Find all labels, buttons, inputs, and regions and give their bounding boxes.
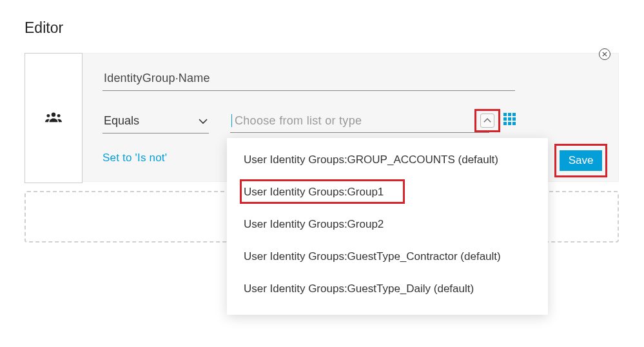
value-placeholder: Choose from list or type bbox=[231, 114, 488, 127]
value-field[interactable]: Choose from list or type bbox=[230, 112, 489, 133]
chevron-down-icon bbox=[199, 114, 208, 128]
svg-point-2 bbox=[52, 113, 56, 117]
dropdown-chevron-highlight bbox=[474, 109, 500, 132]
dropdown-item-group-accounts[interactable]: User Identity Groups:GROUP_ACCOUNTS (def… bbox=[227, 144, 548, 175]
value-dropdown: User Identity Groups:GROUP_ACCOUNTS (def… bbox=[227, 138, 548, 315]
close-icon[interactable] bbox=[599, 48, 610, 60]
page-title: Editor bbox=[0, 0, 644, 37]
operator-label: Equals bbox=[104, 114, 139, 128]
attribute-field[interactable]: IdentityGroup·Name bbox=[102, 68, 515, 91]
users-icon bbox=[45, 111, 62, 125]
dropdown-item-group1[interactable]: User Identity Groups:Group1 bbox=[227, 177, 548, 208]
save-button[interactable]: Save bbox=[560, 150, 603, 171]
svg-point-3 bbox=[46, 114, 50, 117]
operator-select[interactable]: Equals bbox=[102, 112, 209, 134]
grid-icon[interactable] bbox=[503, 113, 518, 127]
identity-group-tile[interactable] bbox=[24, 53, 83, 183]
svg-point-4 bbox=[57, 114, 61, 117]
dropdown-item-group2[interactable]: User Identity Groups:Group2 bbox=[227, 209, 548, 240]
set-to-isnot-link[interactable]: Set to 'Is not' bbox=[102, 152, 167, 164]
save-button-highlight: Save bbox=[554, 144, 607, 177]
dropdown-item-guesttype-contractor[interactable]: User Identity Groups:GuestType_Contracto… bbox=[227, 241, 548, 272]
dropdown-item-guesttype-daily[interactable]: User Identity Groups:GuestType_Daily (de… bbox=[227, 273, 548, 304]
chevron-up-icon[interactable] bbox=[480, 114, 494, 128]
